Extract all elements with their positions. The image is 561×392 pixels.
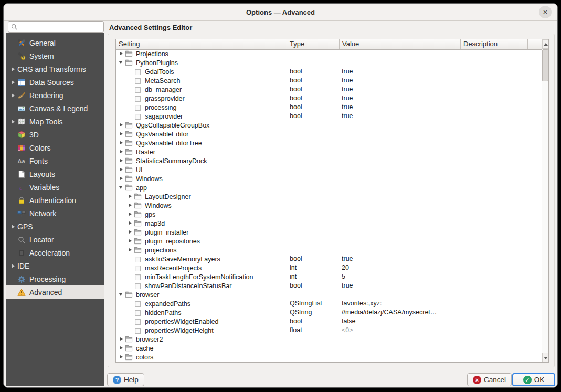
column-header-setting[interactable]: Setting [116, 39, 287, 49]
expand-arrow-icon[interactable] [10, 220, 17, 233]
tree-row[interactable]: maxRecentProjectsint20 [116, 263, 542, 272]
tree-row[interactable]: StatisticalSummaryDock [116, 156, 542, 165]
tree-row[interactable]: browser [116, 290, 542, 299]
tree-row[interactable]: minTaskLengthForSystemNotificationint5 [116, 272, 542, 281]
tree-row[interactable]: expandedPathsQStringListfavorites:,xyz: [116, 299, 542, 308]
sidebar-item-variables[interactable]: εVariables [6, 181, 104, 194]
setting-value[interactable]: true [342, 85, 460, 94]
expand-arrow-icon[interactable] [10, 62, 17, 76]
checkbox-icon[interactable] [134, 103, 142, 111]
tree-row[interactable]: QgsVariableEditor [116, 130, 542, 139]
tree-row[interactable]: cache [116, 344, 542, 353]
tree-row[interactable]: Raster [116, 147, 542, 156]
tree-row[interactable]: MetaSearchbooltrue [116, 76, 542, 85]
tree-row[interactable]: PythonPlugins [116, 58, 542, 67]
collapsed-arrow-icon[interactable] [118, 139, 125, 147]
scroll-up-icon[interactable] [542, 39, 548, 49]
collapsed-arrow-icon[interactable] [127, 201, 134, 210]
expand-arrow-icon[interactable] [10, 115, 17, 128]
vertical-scrollbar[interactable] [542, 39, 548, 362]
tree-row[interactable]: app [116, 183, 542, 192]
setting-value[interactable]: favorites:,xyz: [342, 299, 460, 308]
setting-value[interactable]: true [342, 94, 460, 103]
sidebar-item-advanced[interactable]: Advanced [6, 285, 104, 299]
tree-row[interactable]: propertiesWidgetEnabledboolfalse [116, 317, 542, 326]
sidebar-item-data-sources[interactable]: Data Sources [6, 76, 104, 89]
sidebar-item-colors[interactable]: Colors [6, 141, 104, 154]
setting-value[interactable]: 20 [342, 263, 460, 272]
collapsed-arrow-icon[interactable] [127, 219, 134, 228]
collapsed-arrow-icon[interactable] [118, 165, 125, 174]
sidebar-item-fonts[interactable]: AaFonts [6, 154, 104, 167]
collapsed-arrow-icon[interactable] [127, 246, 134, 255]
tree-row[interactable]: askToSaveMemoryLayersbooltrue [116, 255, 542, 263]
checkbox-icon[interactable] [134, 282, 142, 290]
collapsed-arrow-icon[interactable] [127, 210, 134, 219]
sidebar-item-3d[interactable]: 3D [6, 128, 104, 141]
collapsed-arrow-icon[interactable] [127, 228, 134, 237]
tree-row[interactable]: QgsVariableEditorTree [116, 139, 542, 147]
help-button[interactable]: ? Help [107, 373, 144, 386]
checkbox-icon[interactable] [134, 94, 142, 102]
tree-row[interactable]: projections [116, 246, 542, 255]
checkbox-icon[interactable] [134, 77, 142, 84]
tree-row[interactable]: colors [116, 353, 542, 362]
setting-value[interactable]: true [342, 76, 460, 85]
expand-arrow-icon[interactable] [10, 259, 17, 272]
sidebar-item-rendering[interactable]: Rendering [6, 89, 104, 102]
tree-row[interactable]: processingbooltrue [116, 103, 542, 112]
sidebar-item-ide[interactable]: IDE [6, 259, 104, 272]
checkbox-icon[interactable] [134, 309, 142, 316]
expanded-arrow-icon[interactable] [118, 290, 125, 299]
tree-row[interactable]: grassproviderbooltrue [116, 94, 542, 103]
expanded-arrow-icon[interactable] [118, 58, 125, 67]
scroll-down-icon[interactable] [542, 353, 548, 362]
collapsed-arrow-icon[interactable] [118, 49, 125, 58]
expand-arrow-icon[interactable] [10, 89, 17, 102]
checkbox-icon[interactable] [134, 317, 142, 325]
sidebar-item-authentication[interactable]: Authentication [6, 194, 104, 207]
ok-button[interactable]: ✓ OK [512, 373, 555, 386]
tree-row[interactable]: Windows [116, 174, 542, 183]
checkbox-icon[interactable] [134, 112, 142, 120]
sidebar-item-crs-and-transforms[interactable]: CRS and Transforms [6, 62, 104, 76]
column-header-value[interactable]: Value [340, 39, 461, 49]
collapsed-arrow-icon[interactable] [118, 174, 125, 183]
tree-row[interactable]: Windows [116, 201, 542, 210]
tree-row[interactable]: plugin_repositories [116, 237, 542, 246]
expanded-arrow-icon[interactable] [118, 183, 125, 192]
setting-value[interactable]: 5 [342, 272, 460, 281]
setting-value[interactable]: true [342, 112, 460, 121]
checkbox-icon[interactable] [134, 86, 142, 93]
setting-value[interactable]: true [342, 255, 460, 263]
sidebar-item-processing[interactable]: Processing [6, 272, 104, 285]
collapsed-arrow-icon[interactable] [118, 130, 125, 139]
collapsed-arrow-icon[interactable] [118, 353, 125, 362]
setting-value[interactable]: <0> [342, 326, 460, 335]
setting-value[interactable]: false [342, 317, 460, 326]
search-input[interactable] [8, 21, 104, 33]
sidebar-item-gps[interactable]: GPS [6, 220, 104, 233]
collapsed-arrow-icon[interactable] [118, 147, 125, 156]
cancel-button[interactable]: × Cancel [467, 373, 512, 386]
tree-row[interactable]: sagaproviderbooltrue [116, 112, 542, 121]
checkbox-icon[interactable] [134, 255, 142, 263]
tree-row[interactable]: gps [116, 210, 542, 219]
checkbox-icon[interactable] [134, 326, 142, 334]
sidebar-item-general[interactable]: General [6, 36, 104, 49]
tree-row[interactable]: plugin_installer [116, 228, 542, 237]
tree-row[interactable]: browser2 [116, 335, 542, 344]
setting-value[interactable]: true [342, 67, 460, 76]
tree-row[interactable]: GdalToolsbooltrue [116, 67, 542, 76]
checkbox-icon[interactable] [134, 300, 142, 308]
sidebar-item-acceleration[interactable]: Acceleration [6, 246, 104, 259]
checkbox-icon[interactable] [134, 264, 142, 272]
tree-row[interactable]: Projections [116, 49, 542, 58]
tree-row[interactable]: hiddenPathsQString//media/delazj/CASA/my… [116, 308, 542, 317]
tree-row[interactable]: UI [116, 165, 542, 174]
checkbox-icon[interactable] [134, 68, 142, 76]
checkbox-icon[interactable] [134, 273, 142, 281]
setting-value[interactable]: true [342, 281, 460, 290]
collapsed-arrow-icon[interactable] [127, 192, 134, 201]
sidebar-item-layouts[interactable]: Layouts [6, 167, 104, 181]
